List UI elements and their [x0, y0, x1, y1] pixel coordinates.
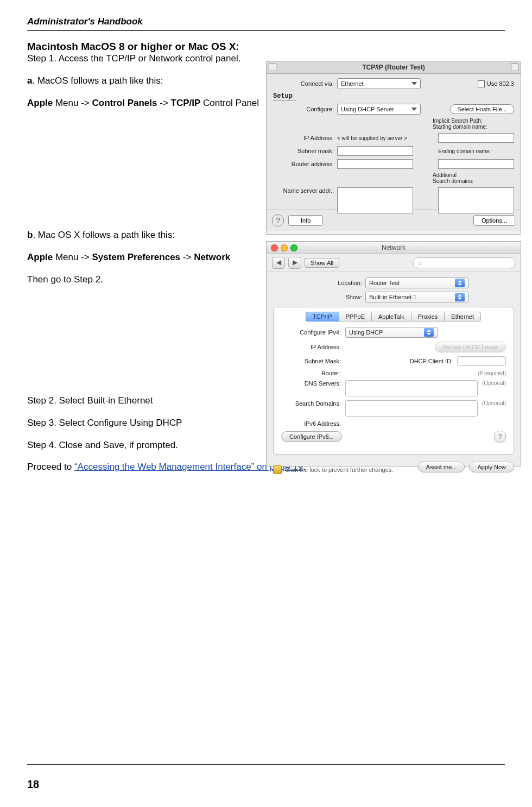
search-icon: ⌕: [418, 260, 422, 266]
rule-top: [27, 30, 505, 31]
cfg-ipv4-value: Using DHCP: [349, 329, 383, 336]
connect-via-label: Connect via:: [273, 80, 337, 87]
path-apple: Apple: [27, 98, 53, 108]
show-popup[interactable]: Built-in Ethernet 1: [365, 292, 468, 302]
subnet-label: Subnet mask:: [273, 148, 337, 154]
dropdown-arrow-icon: [411, 82, 417, 85]
optional-note: (Optional): [482, 380, 506, 386]
pathb-sep2: ->: [180, 252, 194, 262]
dhcp-client-id-field[interactable]: [457, 356, 506, 366]
forward-button[interactable]: ▶: [288, 257, 301, 269]
close-box-icon[interactable]: [269, 64, 276, 71]
pathb-sysp: System Preferences: [92, 252, 181, 262]
starting-domain-field[interactable]: [438, 133, 514, 143]
search-field[interactable]: ⌕: [413, 257, 515, 268]
running-head: Administrator's Handbook: [27, 16, 505, 27]
page-number: 18: [27, 778, 39, 791]
tab-proxies[interactable]: Proxies: [411, 312, 445, 321]
path-controlpanels: Control Panels: [92, 98, 157, 108]
router-addr-label: Router address:: [273, 161, 337, 167]
proceed-pre: Proceed to: [27, 462, 74, 472]
configure-ipv6-button[interactable]: Configure IPv6...: [281, 431, 342, 442]
search-domains-label: Search domains:: [433, 178, 473, 184]
help-icon[interactable]: ?: [494, 431, 506, 443]
path-tail: Control Panel: [200, 98, 259, 108]
apply-now-button[interactable]: Apply Now: [469, 462, 514, 472]
path-sep: Menu ->: [53, 98, 92, 108]
renew-lease-button[interactable]: Renew DHCP Lease: [435, 342, 506, 352]
search-domains-field[interactable]: [345, 400, 478, 417]
ending-domain-field[interactable]: [438, 159, 514, 169]
ipv6-address-label: IPv6 Address:: [281, 420, 341, 427]
use-8023-checkbox[interactable]: [478, 80, 485, 87]
ip-address-label: IP Address:: [273, 135, 337, 141]
nameserver-field[interactable]: [337, 187, 413, 213]
dns-servers-label: DNS Servers:: [281, 380, 341, 387]
item-b-letter: b: [27, 230, 33, 240]
dropdown-arrow-icon: [411, 108, 417, 111]
macos9-screenshot: TCP/IP (Router Test) Connect via: Ethern…: [266, 61, 521, 235]
pathb-net: Network: [194, 252, 230, 262]
starting-domain-label: Starting domain name:: [433, 124, 487, 130]
pathb-sep: Menu ->: [53, 252, 92, 262]
close-icon[interactable]: [271, 244, 278, 251]
lock-icon[interactable]: [273, 465, 282, 474]
ending-domain-label: Ending domain name:: [438, 148, 514, 154]
ip-address-value: < will be supplied by server >: [337, 135, 419, 141]
popup-arrows-icon: [455, 279, 465, 287]
select-hosts-button[interactable]: Select Hosts File...: [450, 104, 514, 114]
minimize-icon[interactable]: [281, 244, 288, 251]
macosx-screenshot: Network ◀ ▶ Show All ⌕ Location: Router …: [266, 241, 521, 466]
lock-text: Click the lock to prevent further change…: [285, 466, 393, 473]
tab-appletalk[interactable]: AppleTalk: [371, 312, 411, 321]
section-heading: Macintosh MacOS 8 or higher or Mac OS X:: [27, 41, 239, 52]
show-all-button[interactable]: Show All: [305, 258, 339, 268]
rule-bottom: [27, 764, 505, 765]
popup-arrows-icon: [455, 293, 465, 301]
back-button[interactable]: ◀: [272, 257, 285, 269]
location-value: Router Test: [369, 280, 400, 286]
zoom-icon[interactable]: [290, 244, 297, 251]
dhcp-client-id-label: DHCP Client ID:: [410, 358, 453, 364]
router-addr-field[interactable]: [337, 159, 413, 169]
router-label: Router:: [281, 370, 341, 376]
location-label: Location:: [319, 280, 362, 286]
path-tcpip: TCP/IP: [171, 98, 201, 108]
configure-label: Configure:: [273, 106, 337, 112]
ip-address-label: IP Address:: [281, 344, 341, 350]
setup-section-label: Setup: [273, 92, 296, 100]
configure-value: Using DHCP Server: [341, 106, 394, 112]
show-value: Built-in Ethernet 1: [369, 294, 416, 300]
assist-me-button[interactable]: Assist me...: [418, 462, 465, 472]
cfg-ipv4-label: Configure IPv4:: [281, 329, 341, 336]
options-button[interactable]: Options...: [473, 215, 515, 226]
search-domains-field[interactable]: [438, 187, 514, 213]
configure-dropdown[interactable]: Using DHCP Server: [337, 104, 421, 115]
pathb-apple: Apple: [27, 252, 53, 262]
dns-servers-field[interactable]: [345, 380, 478, 396]
if-required-note: (If required): [478, 370, 506, 376]
tab-pppoe[interactable]: PPPoE: [339, 312, 372, 321]
tab-ethernet[interactable]: Ethernet: [444, 312, 481, 321]
nameserver-label: Name server addr.:: [273, 187, 337, 194]
tab-tcpip[interactable]: TCP/IP: [306, 312, 339, 321]
macosx-titlebar: Network: [267, 242, 521, 254]
info-button[interactable]: Info: [288, 215, 323, 226]
macosx-title: Network: [382, 244, 406, 251]
show-label: Show:: [319, 294, 362, 300]
connect-via-dropdown[interactable]: Ethernet: [337, 78, 421, 89]
subnet-mask-label: Subnet Mask:: [281, 358, 341, 364]
macos9-title: TCP/IP (Router Test): [362, 64, 425, 71]
path-sep2: ->: [157, 98, 171, 108]
help-icon[interactable]: ?: [272, 215, 284, 226]
zoom-box-icon[interactable]: [511, 64, 518, 71]
macos9-titlebar: TCP/IP (Router Test): [267, 61, 521, 74]
location-popup[interactable]: Router Test: [365, 278, 468, 288]
optional-note2: (Optional): [482, 400, 506, 406]
subnet-field[interactable]: [337, 146, 413, 156]
popup-arrows-icon: [424, 328, 434, 337]
item-b-text: . Mac OS X follows a path like this:: [33, 230, 175, 240]
implicit-label: Implicit Search Path:: [433, 118, 483, 124]
item-a-text: . MacOS follows a path like this:: [32, 75, 163, 86]
cfg-ipv4-popup[interactable]: Using DHCP: [345, 327, 438, 338]
